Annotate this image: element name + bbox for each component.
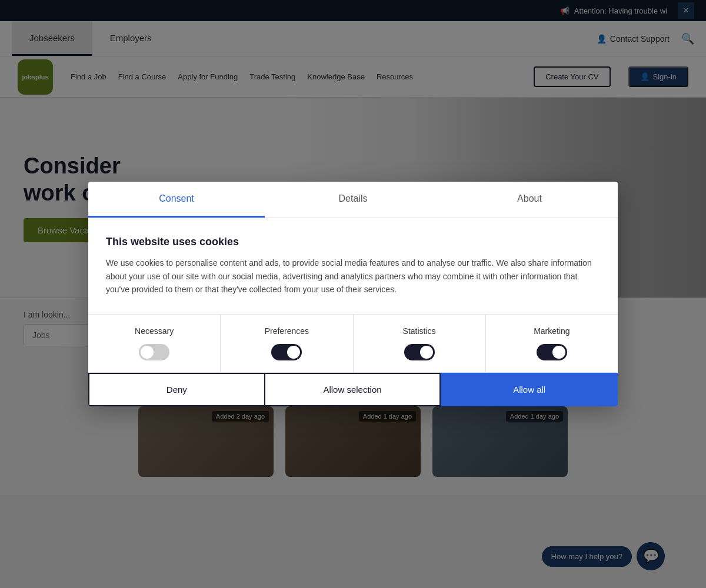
cookie-modal: Consent Details About This website uses … (88, 182, 618, 406)
toggle-knob-statistics (420, 346, 433, 359)
toggle-knob-marketing (552, 346, 565, 359)
toggle-preferences[interactable] (271, 344, 302, 360)
tab-details[interactable]: Details (265, 182, 441, 218)
category-preferences: Preferences (221, 315, 353, 372)
category-marketing: Marketing (486, 315, 618, 372)
toggle-marketing[interactable] (537, 344, 567, 360)
modal-tabs: Consent Details About (88, 182, 618, 218)
category-statistics: Statistics (354, 315, 486, 372)
modal-description: We use cookies to personalise content an… (106, 256, 600, 296)
tab-consent[interactable]: Consent (88, 182, 265, 218)
modal-overlay: Consent Details About This website uses … (0, 0, 706, 588)
modal-body: This website uses cookies We use cookies… (88, 218, 618, 313)
allow-all-button[interactable]: Allow all (441, 373, 618, 406)
toggle-necessary[interactable] (139, 344, 169, 360)
modal-title: This website uses cookies (106, 236, 600, 248)
tab-about[interactable]: About (441, 182, 618, 218)
toggle-knob-necessary (141, 346, 154, 359)
deny-button[interactable]: Deny (88, 373, 264, 406)
cookie-categories: Necessary Preferences Statistics (88, 314, 618, 373)
toggle-statistics[interactable] (404, 344, 435, 360)
category-necessary: Necessary (88, 315, 221, 372)
modal-actions: Deny Allow selection Allow all (88, 373, 618, 406)
allow-selection-button[interactable]: Allow selection (264, 373, 441, 406)
toggle-knob-preferences (287, 346, 300, 359)
